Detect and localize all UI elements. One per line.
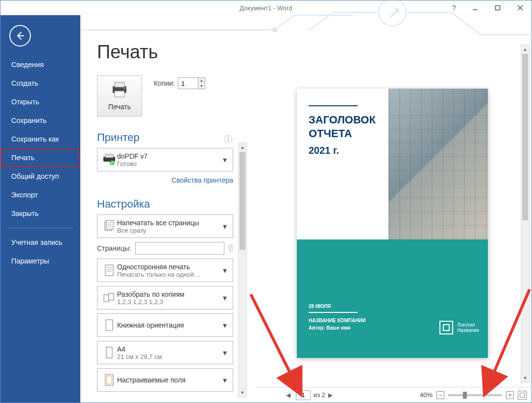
doc-cover-image <box>388 89 488 239</box>
nav-export[interactable]: Экспорт <box>0 186 80 204</box>
svg-rect-8 <box>115 91 124 97</box>
chevron-down-icon: ▾ <box>221 293 229 303</box>
maximize-button[interactable] <box>486 0 509 15</box>
back-button[interactable] <box>9 25 31 47</box>
svg-rect-18 <box>105 265 113 276</box>
svg-rect-11 <box>105 154 113 158</box>
copies-input[interactable] <box>178 78 198 89</box>
pages-input[interactable] <box>135 242 224 255</box>
print-button[interactable]: Печать <box>97 75 142 117</box>
svg-rect-24 <box>106 320 113 331</box>
scroll-up-button[interactable]: ▲ <box>239 143 246 152</box>
zoom-slider[interactable] <box>448 394 502 396</box>
zoom-fit-button[interactable] <box>518 391 527 400</box>
nav-saveas[interactable]: Сохранить как <box>0 130 80 148</box>
svg-rect-1 <box>496 6 500 10</box>
pages-info-icon[interactable]: i <box>228 244 233 252</box>
page-total-label: из 2 <box>314 391 325 399</box>
doc-author: Автор: Ваше имя <box>309 325 366 331</box>
svg-line-28 <box>251 294 300 392</box>
doc-company: НАЗВАНИЕ КОМПАНИИ <box>309 318 366 323</box>
doc-year: 2021 г. <box>309 145 382 156</box>
chevron-down-icon: ▾ <box>221 376 229 385</box>
backstage-sidebar: Сведения Создать Открыть Сохранить Сохра… <box>0 15 80 403</box>
copies-up[interactable]: ▲ <box>198 78 205 83</box>
copies-label: Копии: <box>154 79 175 87</box>
printer-icon <box>110 81 129 100</box>
chevron-down-icon: ▾ <box>221 321 229 330</box>
svg-point-9 <box>124 88 125 89</box>
margins-icon <box>101 373 117 387</box>
nav-save[interactable]: Сохранить <box>0 111 80 130</box>
minimize-button[interactable] <box>464 0 486 15</box>
nav-close[interactable]: Закрыть <box>0 204 80 223</box>
print-button-label: Печать <box>108 103 131 111</box>
copies-down[interactable]: ▼ <box>198 83 205 89</box>
nav-share[interactable]: Общий доступ <box>0 167 80 186</box>
preview-scroll-thumb[interactable] <box>522 54 528 220</box>
close-button[interactable] <box>509 0 532 15</box>
print-preview-pane: ЗАГОЛОВОК ОТЧЕТА 2021 г. 28 ИЮЛЯ НАЗВАНИ… <box>256 15 532 403</box>
preview-scrollbar[interactable]: ▲ ▼ <box>521 45 530 383</box>
portrait-icon <box>101 318 117 332</box>
nav-new[interactable]: Создать <box>0 74 80 93</box>
doc-date: 28 ИЮЛЯ <box>309 304 366 309</box>
nav-info[interactable]: Сведения <box>0 55 80 74</box>
zoom-slider-knob[interactable] <box>463 392 467 399</box>
paper-size-dropdown[interactable]: A4 21 см x 29,7 см ▾ <box>97 341 233 364</box>
sides-line2: Печатать только на одной… <box>117 271 221 278</box>
print-range-dropdown[interactable]: Напечатать все страницы Все сразу ▾ <box>97 214 233 238</box>
zoom-in-button[interactable]: + <box>506 391 514 399</box>
page-prev-button[interactable]: ◀ <box>286 392 293 399</box>
chevron-down-icon: ▾ <box>221 155 229 165</box>
help-button[interactable]: ? <box>444 0 464 15</box>
paper-icon <box>101 346 117 359</box>
svg-rect-7 <box>115 82 124 87</box>
one-sided-icon <box>101 263 117 277</box>
print-settings-pane: Печать Печать <box>80 15 256 403</box>
orientation-line1: Книжная ориентация <box>117 321 221 329</box>
paper-line1: A4 <box>117 345 221 353</box>
chevron-down-icon: ▾ <box>221 222 229 231</box>
zoom-out-button[interactable]: − <box>436 391 444 399</box>
printer-dropdown[interactable]: doPDF v7 Готово ▾ <box>97 148 233 171</box>
printer-info-icon[interactable]: i <box>224 135 232 143</box>
printer-device-icon <box>101 154 117 166</box>
page-number-input[interactable] <box>296 390 311 400</box>
preview-page: ЗАГОЛОВОК ОТЧЕТА 2021 г. 28 ИЮЛЯ НАЗВАНИ… <box>297 89 488 358</box>
copies-stepper[interactable]: ▲ ▼ <box>178 77 205 89</box>
zoom-level-label: 40% <box>420 391 433 399</box>
nav-open[interactable]: Открыть <box>0 93 80 111</box>
pages-stack-icon <box>101 219 117 233</box>
print-range-line2: Все сразу <box>117 227 221 234</box>
collate-line2: 1,2,3 1,2,3 1,2,3 <box>117 298 221 306</box>
nav-account[interactable]: Учетная запись <box>0 233 80 252</box>
scroll-thumb[interactable] <box>240 152 245 250</box>
settings-section-title: Настройка <box>97 198 256 211</box>
sides-line1: Односторонняя печать <box>117 263 221 271</box>
preview-scroll-up[interactable]: ▲ <box>521 45 529 54</box>
printer-name: doPDF v7 <box>117 152 221 160</box>
nav-separator <box>7 228 73 228</box>
printer-properties-link[interactable]: Свойства принтера <box>97 175 233 186</box>
doc-title: ЗАГОЛОВОК ОТЧЕТА <box>309 113 382 140</box>
page-title: Печать <box>97 42 256 63</box>
page-next-button[interactable]: ▶ <box>328 392 335 399</box>
collate-line1: Разобрать по копиям <box>117 290 221 298</box>
orientation-dropdown[interactable]: Книжная ориентация ▾ <box>97 313 233 337</box>
margins-dropdown[interactable]: Настраиваемые поля ▾ <box>97 368 233 392</box>
svg-rect-22 <box>104 295 109 302</box>
doc-logo: Логотип Название <box>439 321 479 334</box>
preview-scroll-down[interactable]: ▼ <box>521 374 529 382</box>
nav-print[interactable]: Печать <box>0 148 80 167</box>
chevron-down-icon: ▾ <box>221 348 229 357</box>
settings-scrollbar[interactable]: ▲ ▼ <box>238 142 247 398</box>
scroll-down-button[interactable]: ▼ <box>239 388 246 397</box>
chevron-down-icon: ▾ <box>221 266 229 275</box>
svg-rect-25 <box>106 347 112 358</box>
sides-dropdown[interactable]: Односторонняя печать Печатать только на … <box>97 259 233 282</box>
nav-options[interactable]: Параметры <box>0 252 80 270</box>
pages-label: Страницы: <box>97 244 131 252</box>
collate-dropdown[interactable]: Разобрать по копиям 1,2,3 1,2,3 1,2,3 ▾ <box>97 286 233 309</box>
paper-line2: 21 см x 29,7 см <box>117 353 221 360</box>
